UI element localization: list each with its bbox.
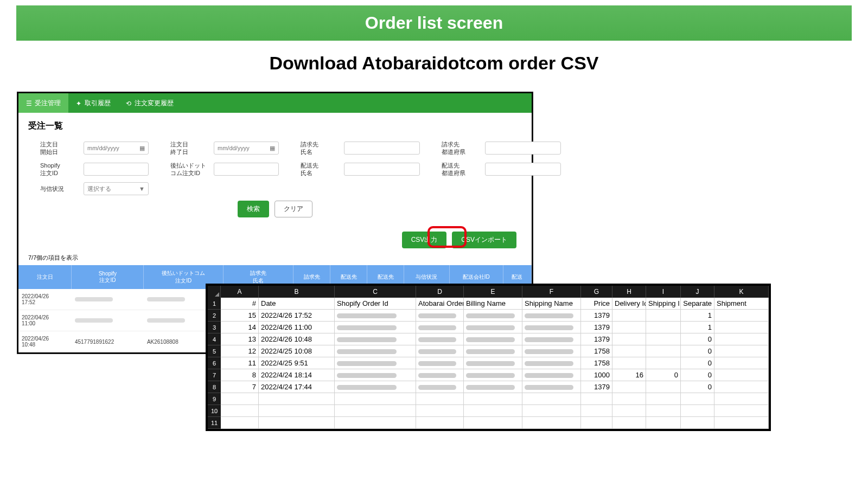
cell[interactable]: Date xyxy=(259,298,335,309)
cell[interactable]: 7 xyxy=(221,381,259,393)
cell[interactable] xyxy=(612,381,646,393)
cell[interactable]: 13 xyxy=(221,333,259,345)
cell[interactable]: Shipping Name xyxy=(522,298,581,309)
cell[interactable]: 2022/4/26 11:00 xyxy=(259,322,335,333)
cell[interactable] xyxy=(416,333,464,345)
cell[interactable] xyxy=(646,345,681,357)
col-header-J[interactable]: J xyxy=(681,286,714,298)
csv-export-button[interactable]: CSV出力 xyxy=(402,232,447,248)
cell[interactable] xyxy=(522,357,581,369)
cell[interactable]: Atobarai Order xyxy=(416,298,464,309)
cell[interactable]: 14 xyxy=(221,322,259,333)
cell[interactable]: 1758 xyxy=(581,357,612,369)
cell[interactable] xyxy=(221,417,259,428)
cell[interactable] xyxy=(646,417,681,428)
cell[interactable] xyxy=(714,393,769,404)
order-col-header[interactable]: Shopify注文ID xyxy=(72,265,144,289)
cell[interactable] xyxy=(612,333,646,345)
cell[interactable] xyxy=(581,417,612,428)
cell[interactable] xyxy=(464,417,522,428)
order-col-header[interactable]: 注文日 xyxy=(18,265,72,289)
cell[interactable]: 2022/4/26 17:52 xyxy=(259,310,335,321)
cell[interactable] xyxy=(646,393,681,404)
row-header[interactable]: 1 xyxy=(208,298,221,310)
cell[interactable]: 1758 xyxy=(581,345,612,357)
cell[interactable] xyxy=(612,417,646,428)
cell[interactable] xyxy=(522,417,581,428)
cell[interactable] xyxy=(522,381,581,393)
cell[interactable] xyxy=(522,393,581,404)
cell[interactable] xyxy=(464,369,522,381)
col-header-C[interactable]: C xyxy=(335,286,416,298)
cell[interactable] xyxy=(646,310,681,321)
cell[interactable] xyxy=(416,310,464,321)
cell[interactable] xyxy=(335,405,416,416)
select-credit-status[interactable]: 選択する ▼ xyxy=(84,182,149,195)
col-header-D[interactable]: D xyxy=(416,286,464,298)
cell[interactable] xyxy=(581,393,612,404)
cell[interactable] xyxy=(335,357,416,369)
cell[interactable] xyxy=(416,405,464,416)
input-shopify-id[interactable] xyxy=(84,163,149,176)
cell[interactable] xyxy=(714,357,769,369)
cell[interactable] xyxy=(612,357,646,369)
cell[interactable] xyxy=(522,333,581,345)
row-header[interactable]: 9 xyxy=(208,393,221,405)
input-atobarai-id[interactable] xyxy=(214,163,279,176)
cell[interactable]: 0 xyxy=(681,333,714,345)
cell[interactable] xyxy=(681,393,714,404)
cell[interactable] xyxy=(259,393,335,404)
cell[interactable] xyxy=(416,322,464,333)
col-header-A[interactable]: A xyxy=(221,286,259,298)
col-header-B[interactable]: B xyxy=(259,286,335,298)
cell[interactable]: 0 xyxy=(681,357,714,369)
cell[interactable]: 16 xyxy=(612,369,646,381)
col-header-E[interactable]: E xyxy=(464,286,522,298)
cell[interactable] xyxy=(335,310,416,321)
cell[interactable]: 1379 xyxy=(581,381,612,393)
cell[interactable] xyxy=(522,310,581,321)
search-button[interactable]: 検索 xyxy=(238,201,269,217)
cell[interactable]: 0 xyxy=(681,345,714,357)
cell[interactable] xyxy=(416,393,464,404)
cell[interactable]: 1379 xyxy=(581,322,612,333)
cell[interactable]: 0 xyxy=(681,369,714,381)
cell[interactable] xyxy=(335,381,416,393)
row-header[interactable]: 6 xyxy=(208,357,221,369)
cell[interactable] xyxy=(464,310,522,321)
cell[interactable]: 2022/4/25 10:08 xyxy=(259,345,335,357)
cell[interactable] xyxy=(416,417,464,428)
cell[interactable] xyxy=(714,381,769,393)
cell[interactable]: Shipping I xyxy=(646,298,681,309)
cell[interactable] xyxy=(464,393,522,404)
input-shipping-name[interactable] xyxy=(344,163,420,176)
cell[interactable] xyxy=(646,405,681,416)
col-header-H[interactable]: H xyxy=(612,286,646,298)
cell[interactable]: 1379 xyxy=(581,310,612,321)
cell[interactable]: 2022/4/25 9:51 xyxy=(259,357,335,369)
cell[interactable]: Delivery Id xyxy=(612,298,646,309)
col-header-G[interactable]: G xyxy=(581,286,612,298)
cell[interactable]: Price xyxy=(581,298,612,309)
cell[interactable]: Shipment xyxy=(714,298,769,309)
nav-history[interactable]: ⟲ 注文変更履歴 xyxy=(118,93,181,113)
cell[interactable] xyxy=(714,345,769,357)
row-header[interactable]: 3 xyxy=(208,322,221,333)
row-header[interactable]: 11 xyxy=(208,417,221,429)
row-header[interactable]: 2 xyxy=(208,310,221,322)
cell[interactable]: 11 xyxy=(221,357,259,369)
cell[interactable] xyxy=(714,405,769,416)
row-header[interactable]: 10 xyxy=(208,405,221,417)
cell[interactable]: 2022/4/24 18:14 xyxy=(259,369,335,381)
cell[interactable] xyxy=(335,393,416,404)
input-billing-name[interactable] xyxy=(344,142,420,155)
cell[interactable] xyxy=(681,405,714,416)
cell[interactable]: Shopify Order Id xyxy=(335,298,416,309)
cell[interactable] xyxy=(464,405,522,416)
cell[interactable]: # xyxy=(221,298,259,309)
cell[interactable] xyxy=(335,369,416,381)
cell[interactable] xyxy=(646,357,681,369)
cell[interactable] xyxy=(522,369,581,381)
cell[interactable] xyxy=(646,381,681,393)
input-order-start[interactable]: mm/dd/yyyy ▦ xyxy=(84,142,149,155)
